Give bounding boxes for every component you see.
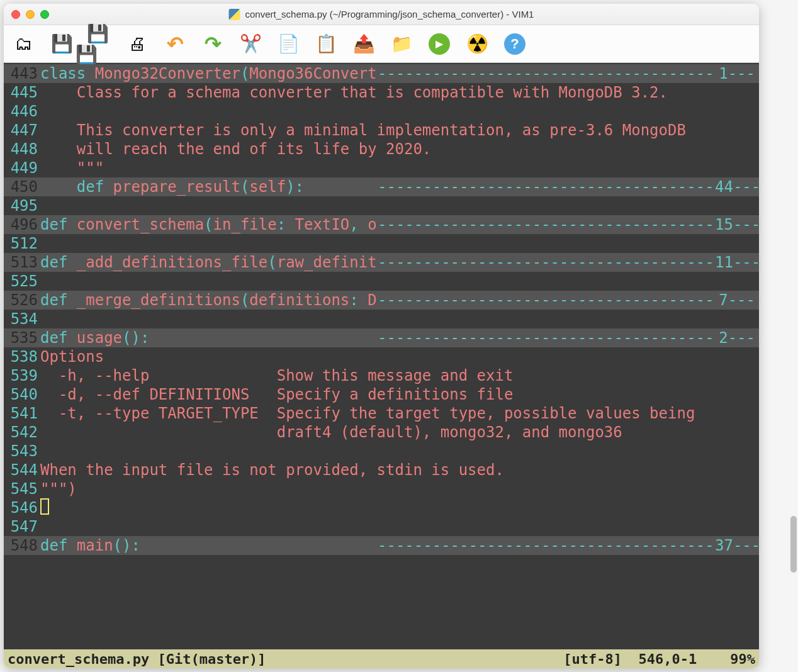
code-content xyxy=(40,310,759,328)
upload-button[interactable]: 📤 xyxy=(351,31,376,57)
line-number: 449 xyxy=(4,159,40,177)
line-number: 450 xyxy=(4,177,40,196)
print-button[interactable]: 🖨 xyxy=(125,31,150,57)
fold-count: 7--- xyxy=(715,291,759,310)
line-number: 534 xyxy=(4,310,40,328)
fold-marker[interactable]: ----------------------------------------… xyxy=(378,177,715,196)
saveall-button[interactable]: 💾💾 xyxy=(87,31,112,57)
fold-marker[interactable]: ----------------------------------------… xyxy=(378,215,715,234)
line-number: 526 xyxy=(4,291,40,310)
fold-count: 37--- xyxy=(715,536,759,555)
new-icon: 📁 xyxy=(391,33,413,54)
close-icon[interactable] xyxy=(11,10,20,19)
build-button[interactable]: ☢️ xyxy=(464,31,490,57)
code-line[interactable]: 534 xyxy=(4,310,759,328)
minimize-icon[interactable] xyxy=(26,10,35,19)
code-line[interactable]: 542 draft4 (default), mongo32, and mongo… xyxy=(4,423,759,442)
code-line[interactable]: 512 xyxy=(4,234,759,253)
run-button[interactable]: ▶ xyxy=(427,31,452,57)
line-number: 548 xyxy=(4,536,40,555)
code-line[interactable]: 544 When the input file is not provided,… xyxy=(4,461,759,479)
save-button[interactable]: 💾 xyxy=(49,31,74,57)
code-line[interactable]: 445 Class for a schema converter that is… xyxy=(4,83,759,102)
code-line[interactable]: 546 xyxy=(4,498,759,517)
code-line[interactable]: 448 will reach the end of its life by 20… xyxy=(4,140,759,159)
code-content: draft4 (default), mongo32, and mongo36 xyxy=(40,423,759,442)
code-line[interactable]: 547 xyxy=(4,517,759,536)
help-button[interactable]: ? xyxy=(502,31,527,57)
redo-button[interactable]: ↷ xyxy=(200,31,225,57)
code-line[interactable]: 446 xyxy=(4,102,759,121)
code-content xyxy=(40,196,759,215)
code-content: -t, --type TARGET_TYPE Specify the targe… xyxy=(40,404,759,423)
code-line[interactable]: 543 xyxy=(4,442,759,461)
code-line[interactable]: 525 xyxy=(4,272,759,291)
line-number: 541 xyxy=(4,404,40,423)
line-number: 544 xyxy=(4,461,40,479)
zoom-icon[interactable] xyxy=(40,10,49,19)
new-button[interactable]: 📁 xyxy=(389,31,414,57)
code-line[interactable]: 539 -h, --help Show this message and exi… xyxy=(4,366,759,385)
line-number: 495 xyxy=(4,196,40,215)
code-content: Class for a schema converter that is com… xyxy=(40,83,759,102)
cut-button[interactable]: ✂️ xyxy=(238,31,263,57)
scrollbar[interactable] xyxy=(790,63,797,654)
status-percent: 99% xyxy=(730,651,755,667)
line-number: 513 xyxy=(4,253,40,272)
save-icon: 💾 xyxy=(51,33,73,54)
code-content: def prepare_result(self): xyxy=(40,177,378,196)
open-icon: 🗂 xyxy=(15,33,33,54)
help-icon: ? xyxy=(504,33,525,55)
titlebar: convert_schema.py (~/Programming/json_sc… xyxy=(4,4,759,25)
code-line[interactable]: 496 def convert_schema(in_file: TextIO, … xyxy=(4,215,759,234)
fold-marker[interactable]: ----------------------------------------… xyxy=(378,64,715,83)
status-branch: [Git(master)] xyxy=(157,651,266,667)
paste-button[interactable]: 📋 xyxy=(313,31,339,57)
line-number: 447 xyxy=(4,121,40,140)
line-number: 538 xyxy=(4,347,40,366)
run-icon: ▶ xyxy=(429,33,450,55)
line-number: 545 xyxy=(4,479,40,498)
editor-area[interactable]: 443 class Mongo32Converter(Mongo36Conver… xyxy=(4,63,759,649)
build-icon: ☢️ xyxy=(466,33,488,54)
code-line[interactable]: 535 def usage(): -----------------------… xyxy=(4,328,759,347)
code-line[interactable]: 538 Options xyxy=(4,347,759,366)
status-position: 546,0-1 xyxy=(639,651,697,667)
code-content xyxy=(40,498,759,517)
upload-icon: 📤 xyxy=(353,33,375,54)
fold-count: 44--- xyxy=(715,177,759,196)
fold-marker[interactable]: ----------------------------------------… xyxy=(378,328,715,347)
window-title: convert_schema.py (~/Programming/json_sc… xyxy=(229,9,534,20)
line-number: 546 xyxy=(4,498,40,517)
saveall-icon: 💾💾 xyxy=(87,23,112,65)
paste-icon: 📋 xyxy=(315,33,337,54)
code-content: When the input file is not provided, std… xyxy=(40,461,759,479)
code-content xyxy=(40,234,759,253)
status-file: convert_schema.py xyxy=(8,651,149,667)
code-line[interactable]: 545 """) xyxy=(4,479,759,498)
fold-count: 11--- xyxy=(715,253,759,272)
code-line[interactable]: 548 def main(): ------------------------… xyxy=(4,536,759,555)
line-number: 543 xyxy=(4,442,40,461)
fold-count: 2--- xyxy=(715,328,759,347)
code-line[interactable]: 447 This converter is only a minimal imp… xyxy=(4,121,759,140)
code-line[interactable]: 541 -t, --type TARGET_TYPE Specify the t… xyxy=(4,404,759,423)
undo-button[interactable]: ↶ xyxy=(162,31,188,57)
code-line[interactable]: 443 class Mongo32Converter(Mongo36Conver… xyxy=(4,64,759,83)
code-line[interactable]: 526 def _merge_definitions(definitions: … xyxy=(4,291,759,310)
fold-marker[interactable]: ----------------------------------------… xyxy=(378,536,715,555)
code-line[interactable]: 495 xyxy=(4,196,759,215)
code-line[interactable]: 540 -d, --def DEFINITIONS Specify a defi… xyxy=(4,385,759,404)
code-content: def usage(): xyxy=(40,328,378,347)
code-content: -h, --help Show this message and exit xyxy=(40,366,759,385)
open-button[interactable]: 🗂 xyxy=(11,31,37,57)
scrollbar-thumb[interactable] xyxy=(790,516,797,573)
code-line[interactable]: 513 def _add_definitions_file(raw_defini… xyxy=(4,253,759,272)
fold-marker[interactable]: ----------------------------------------… xyxy=(378,253,715,272)
code-line[interactable]: 450 def prepare_result(self): ----------… xyxy=(4,177,759,196)
line-number: 445 xyxy=(4,83,40,102)
code-line[interactable]: 449 """ xyxy=(4,159,759,177)
copy-button[interactable]: 📄 xyxy=(276,31,301,57)
line-number: 443 xyxy=(4,64,40,83)
fold-marker[interactable]: ----------------------------------------… xyxy=(378,291,715,310)
